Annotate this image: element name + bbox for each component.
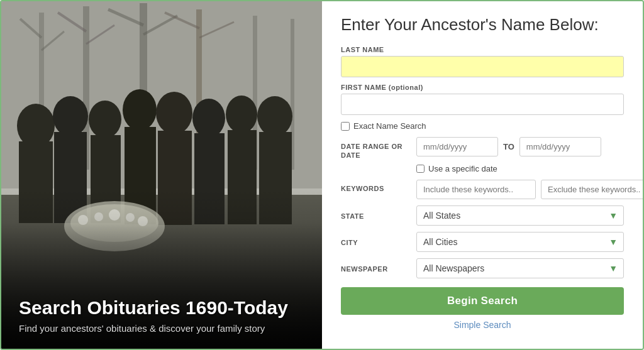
- svg-point-31: [257, 96, 292, 136]
- first-name-label: FIRST NAME (optional): [341, 84, 624, 91]
- last-name-group: LAST NAME: [341, 46, 624, 77]
- left-title: Search Obituaries 1690-Today: [19, 297, 309, 319]
- keywords-label: KEYWORDS: [341, 185, 416, 192]
- newspaper-label-col: NEWSPAPER: [341, 263, 416, 274]
- svg-point-19: [53, 96, 88, 136]
- last-name-label: LAST NAME: [341, 46, 624, 53]
- svg-point-23: [123, 89, 157, 131]
- specific-date-row: Use a specific date: [416, 164, 624, 173]
- keywords-row: KEYWORDS: [341, 180, 624, 199]
- state-select-col: All States Alabama Alaska Arizona ▼: [416, 205, 624, 226]
- begin-search-button[interactable]: Begin Search: [341, 287, 624, 315]
- include-keywords-input[interactable]: [416, 180, 536, 199]
- left-subtitle: Find your ancestors' obituaries & discov…: [19, 323, 309, 334]
- state-select[interactable]: All States Alabama Alaska Arizona: [416, 205, 624, 226]
- specific-date-label: Use a specific date: [428, 164, 497, 173]
- newspaper-select-col: All Newspapers ▼: [416, 258, 624, 278]
- newspaper-select[interactable]: All Newspapers: [416, 258, 624, 278]
- city-row: CITY All Cities New York Los Angeles ▼: [341, 232, 624, 252]
- city-select[interactable]: All Cities New York Los Angeles: [416, 232, 624, 252]
- date-range-row: DATE RANGE ORDATE TO: [341, 137, 624, 160]
- city-label-col: CITY: [341, 236, 416, 248]
- exclude-keywords-input[interactable]: [541, 180, 643, 199]
- left-panel-text: Search Obituaries 1690-Today Find your a…: [19, 297, 309, 334]
- date-inputs-col: TO: [416, 137, 624, 156]
- city-select-col: All Cities New York Los Angeles ▼: [416, 232, 624, 252]
- keywords-label-col: KEYWORDS: [341, 180, 416, 192]
- svg-point-27: [192, 99, 225, 138]
- svg-point-25: [156, 92, 192, 134]
- main-container: Search Obituaries 1690-Today Find your a…: [0, 0, 644, 350]
- form-title: Enter Your Ancestor's Name Below:: [341, 15, 624, 35]
- newspaper-label: NEWSPAPER: [341, 265, 388, 273]
- svg-point-29: [226, 96, 257, 133]
- keywords-inputs: [416, 180, 643, 199]
- svg-point-17: [17, 104, 55, 148]
- last-name-input[interactable]: [341, 56, 624, 77]
- date-from-input[interactable]: [416, 137, 498, 156]
- to-label: TO: [503, 142, 514, 151]
- first-name-input[interactable]: [341, 94, 624, 115]
- state-label: STATE: [341, 212, 364, 220]
- first-name-group: FIRST NAME (optional): [341, 84, 624, 115]
- date-range-label-col: DATE RANGE ORDATE: [341, 137, 416, 160]
- photo-panel: Search Obituaries 1690-Today Find your a…: [1, 1, 322, 349]
- newspaper-row: NEWSPAPER All Newspapers ▼: [341, 258, 624, 278]
- city-label: CITY: [341, 239, 358, 246]
- state-row: STATE All States Alabama Alaska Arizona …: [341, 205, 624, 226]
- simple-search-link[interactable]: Simple Search: [341, 320, 624, 330]
- exact-name-row: Exact Name Search: [341, 121, 624, 131]
- specific-date-checkbox[interactable]: [416, 165, 425, 173]
- date-range-label: DATE RANGE ORDATE: [341, 142, 416, 160]
- exact-name-label: Exact Name Search: [353, 121, 426, 131]
- svg-point-21: [89, 101, 121, 138]
- date-to-input[interactable]: [519, 137, 601, 156]
- exact-name-checkbox[interactable]: [341, 122, 350, 131]
- state-label-col: STATE: [341, 210, 416, 221]
- right-panel: Enter Your Ancestor's Name Below: LAST N…: [322, 1, 643, 349]
